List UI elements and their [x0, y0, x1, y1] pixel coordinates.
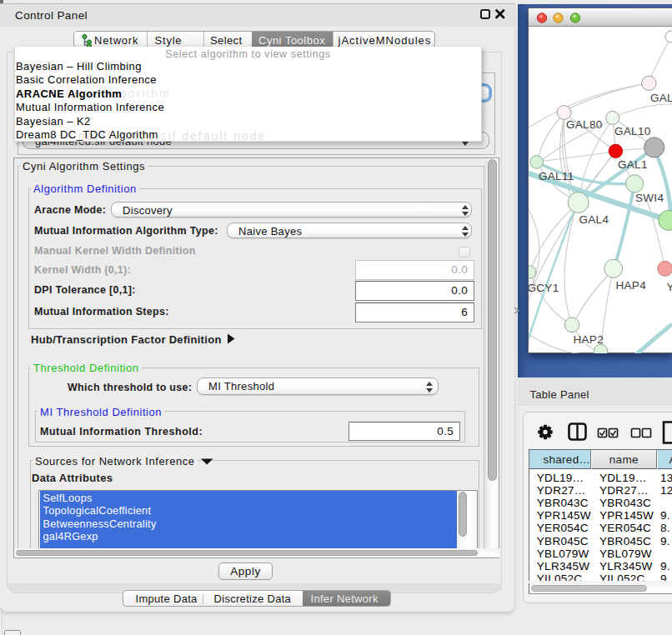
- svg-text:HAP2: HAP2: [574, 333, 604, 346]
- svg-text:HAP4: HAP4: [616, 279, 647, 292]
- svg-text:GAL1: GAL1: [618, 158, 648, 171]
- svg-text:SWI4: SWI4: [635, 192, 664, 204]
- svg-text:GCY1: GCY1: [529, 282, 559, 294]
- svg-text:GAL10: GAL10: [614, 125, 651, 138]
- svg-text:Y: Y: [667, 281, 672, 293]
- svg-text:GAL4: GAL4: [579, 213, 609, 226]
- svg-text:GAL2: GAL2: [650, 92, 672, 104]
- svg-text:GAL80: GAL80: [566, 118, 603, 131]
- svg-text:GAL11: GAL11: [539, 170, 574, 182]
